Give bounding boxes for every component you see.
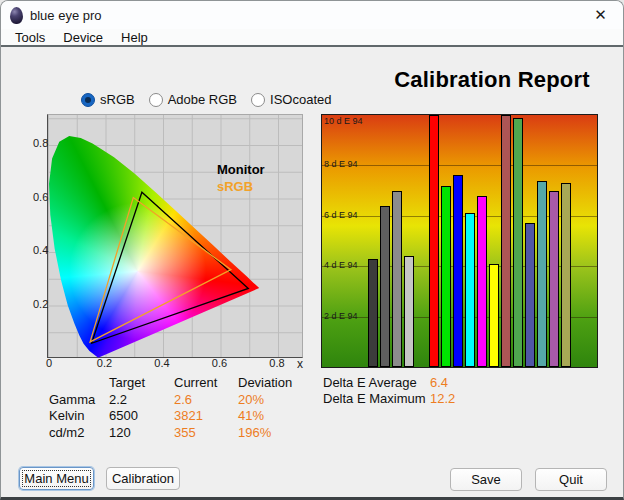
delta-e-bar-yellow	[489, 264, 499, 367]
delta-e-average-value: 6.4	[430, 375, 448, 391]
delta-e-bar-gray-light	[404, 256, 414, 367]
delta-e-bar-dark-red	[501, 115, 511, 367]
legend-srgb-label: sRGB	[217, 179, 253, 194]
measurements-header: Target	[109, 375, 174, 392]
page-title: Calibration Report	[369, 67, 615, 93]
legend-monitor-label: Monitor	[217, 162, 265, 177]
measurements-header: Deviation	[238, 375, 313, 392]
cie-x-tick-label: 0.8	[265, 357, 289, 369]
delta-e-maximum-label: Delta E Maximum	[323, 391, 430, 407]
chart-y-tick-label: 2 d E 94	[324, 311, 358, 321]
measurement-deviation-value: 41%	[238, 408, 313, 425]
cie-y-tick-label: 0.2	[33, 298, 46, 310]
delta-e-maximum-value: 12.2	[430, 391, 455, 407]
delta-e-bar-red	[429, 115, 439, 367]
cie-x-tick-label: 0.6	[208, 357, 232, 369]
chart-y-tick-label: 8 d E 94	[324, 159, 358, 169]
delta-e-bar-gray-dark-1	[368, 259, 378, 367]
cie-origin-label: 0	[46, 357, 52, 369]
menu-item-help[interactable]: Help	[115, 30, 154, 45]
cie-gamut-triangles	[47, 114, 303, 358]
measurement-current-value: 3821	[174, 408, 238, 425]
measurement-row-label: Kelvin	[49, 408, 109, 425]
measurement-deviation-value: 20%	[238, 392, 313, 409]
chart-y-tick-label: 6 d E 94	[324, 210, 358, 220]
delta-e-average-label: Delta E Average	[323, 375, 430, 391]
delta-e-bar-dark-blue	[525, 223, 535, 367]
delta-e-bar-chart: 10 d E 948 d E 946 d E 944 d E 942 d E 9…	[321, 114, 598, 368]
delta-e-bar-cyan	[465, 213, 475, 367]
quit-button[interactable]: Quit	[535, 468, 607, 491]
chart-y-tick-label: 4 d E 94	[324, 260, 358, 270]
measurement-deviation-value: 196%	[238, 425, 313, 442]
app-eye-icon	[10, 7, 23, 24]
cie-y-tick-label: 0.6	[33, 191, 46, 203]
measurement-row-label: Gamma	[49, 392, 109, 409]
cie-y-tick-label: 0.8	[33, 137, 46, 149]
measurement-current-value: 2.6	[174, 392, 238, 409]
measurement-current-value: 355	[174, 425, 238, 442]
menu-item-tools[interactable]: Tools	[9, 30, 51, 45]
delta-e-bar-dark-magenta	[549, 191, 559, 367]
delta-e-bar-dark-cyan	[537, 181, 547, 367]
cie-chromaticity-diagram: y 0.80.60.40.2 0.20.40.60.8 0 x Monitor …	[33, 105, 313, 375]
cie-x-tick-label: 0.2	[93, 357, 117, 369]
measurement-target-value: 6500	[109, 408, 174, 425]
delta-e-bar-gray-dark-2	[380, 206, 390, 367]
measurements-header: Current	[174, 375, 238, 392]
chart-gridline	[322, 165, 597, 166]
calibration-button[interactable]: Calibration	[106, 467, 180, 490]
cie-x-axis-label: x	[297, 357, 303, 371]
cie-y-tick-label: 0.4	[33, 244, 46, 256]
save-button[interactable]: Save	[450, 468, 522, 491]
monitor-gamut-triangle	[92, 192, 249, 343]
app-window: blue eye pro ✕ Tools Device Help Calibra…	[0, 0, 624, 500]
close-button[interactable]: ✕	[578, 1, 623, 29]
delta-e-bar-green	[441, 186, 451, 367]
chart-y-tick-label: 10 d E 94	[324, 116, 363, 126]
menu-bar: Tools Device Help	[1, 29, 623, 47]
delta-e-bar-blue	[453, 175, 463, 367]
title-bar: blue eye pro ✕	[1, 1, 623, 29]
cie-x-tick-label: 0.4	[150, 357, 174, 369]
measurement-target-value: 2.2	[109, 392, 174, 409]
delta-e-bar-magenta	[477, 196, 487, 367]
delta-e-summary: Delta E Average 6.4 Delta E Maximum 12.2	[323, 375, 455, 407]
measurement-target-value: 120	[109, 425, 174, 442]
window-title: blue eye pro	[30, 8, 102, 23]
main-menu-button[interactable]: Main Menu	[19, 467, 94, 490]
srgb-gamut-triangle	[90, 198, 231, 342]
delta-e-bar-gray-mid	[392, 191, 402, 367]
menu-item-device[interactable]: Device	[57, 30, 109, 45]
delta-e-bar-dark-green	[513, 118, 523, 367]
measurements-header	[49, 375, 109, 392]
delta-e-bar-dark-yellow	[561, 183, 571, 367]
measurement-row-label: cd/m2	[49, 425, 109, 442]
measurements-table: TargetCurrentDeviationGamma2.22.620%Kelv…	[49, 375, 313, 441]
